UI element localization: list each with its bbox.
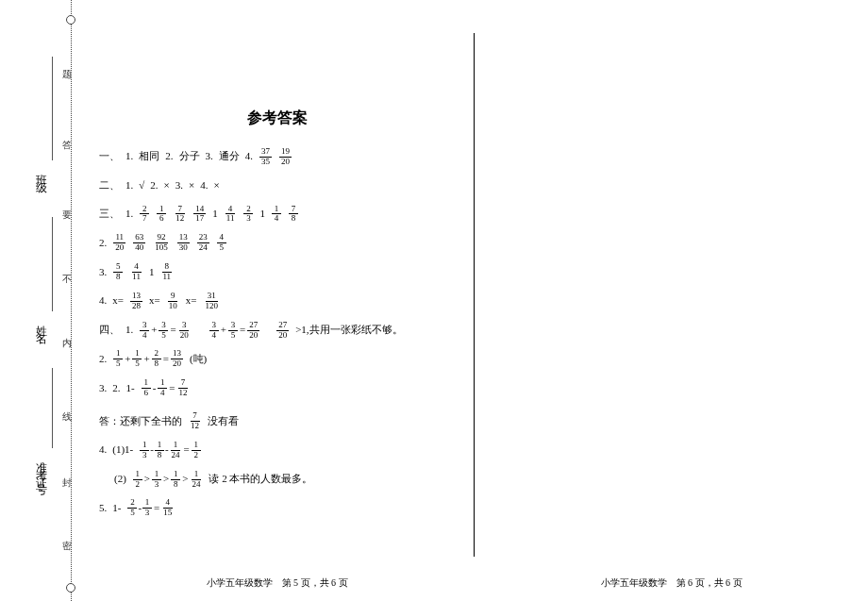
- exam-id-line: [52, 368, 53, 448]
- section-4-row-5: 5. 1- 25 - 13 = 415: [99, 498, 455, 518]
- tail: >1,共用一张彩纸不够。: [295, 321, 402, 340]
- section-4-row-3: 3.2. 1- 16 - 14 = 712: [99, 378, 455, 398]
- fraction: 811: [160, 262, 173, 282]
- fraction: 14: [272, 205, 281, 225]
- fraction: 415: [161, 498, 174, 518]
- op: =: [154, 499, 159, 518]
- footer-left: 小学五年级数学 第 5 页，共 6 页: [80, 576, 474, 590]
- name-line: [52, 217, 53, 311]
- column-left: 参考答案 一、 1. 相同 2. 分子 3. 通分 4. 3735 1920 二…: [80, 0, 474, 601]
- item: 5.: [99, 499, 107, 518]
- one-minus: 1-: [126, 379, 135, 398]
- item: 2.: [99, 350, 107, 369]
- answer: √: [139, 176, 144, 195]
- answer: 相同: [139, 147, 159, 166]
- op: +: [143, 350, 149, 369]
- answer: ×: [213, 176, 219, 195]
- fraction: 320: [178, 321, 191, 341]
- fraction: 18: [155, 441, 164, 460]
- fraction: 2720: [276, 321, 289, 341]
- name-label: 姓名：: [33, 316, 49, 350]
- tail: (吨): [190, 350, 207, 369]
- item: 2.: [99, 234, 107, 253]
- fraction: 910: [167, 292, 179, 311]
- fraction: 2720: [247, 321, 259, 341]
- item: 4.: [200, 176, 208, 195]
- eq-pre: x=: [112, 292, 124, 310]
- class-label: 班级：: [33, 165, 49, 199]
- seal-char: 封: [59, 470, 73, 476]
- op: =: [184, 441, 190, 459]
- footer-right: 小学五年级数学 第 6 页，共 6 页: [475, 576, 868, 590]
- part: (1)1-: [112, 441, 133, 459]
- part: (2): [114, 470, 126, 489]
- section-4-row-1: 四、 1. 34 + 35 = 320 34 + 35 = 2720 2720 …: [99, 321, 455, 341]
- op: +: [221, 321, 226, 340]
- fraction: 35: [159, 321, 168, 341]
- fraction: 92105: [153, 233, 170, 253]
- eq-pre: x=: [149, 292, 160, 310]
- eq-pre: x=: [186, 292, 197, 310]
- item: 4.: [99, 292, 107, 310]
- item: 1.: [125, 321, 133, 340]
- fraction: 712: [189, 411, 201, 431]
- op: =: [240, 321, 245, 340]
- fraction: 1920: [279, 147, 292, 167]
- fraction: 712: [177, 378, 190, 398]
- tail: 读 2 本书的人数最多。: [209, 470, 312, 489]
- fraction: 411: [225, 205, 237, 225]
- fraction: 35: [228, 321, 238, 341]
- binding-circle: [66, 583, 75, 593]
- fraction: 12: [133, 470, 142, 490]
- seal-char: 要: [59, 203, 73, 209]
- fraction: 3735: [259, 147, 272, 167]
- exam-id-label: 准考证号：: [33, 453, 49, 502]
- fraction: 28: [152, 349, 161, 369]
- fraction: 45: [217, 233, 226, 253]
- prefix: 三、: [99, 205, 120, 224]
- fraction: 13: [140, 441, 149, 460]
- fraction: 411: [130, 262, 142, 282]
- op: -: [153, 379, 157, 398]
- answer: ×: [189, 176, 194, 195]
- sub: 2.: [112, 379, 120, 398]
- seal-char: 不: [59, 267, 73, 273]
- one: 1: [149, 263, 155, 282]
- seal-char: 密: [59, 533, 73, 539]
- fraction: 12: [192, 441, 201, 460]
- item: 4.: [99, 441, 107, 459]
- op: =: [170, 321, 175, 340]
- one-minus: 1-: [112, 499, 121, 518]
- item: 3.: [206, 147, 213, 166]
- fraction: 15: [132, 349, 142, 369]
- prefix: 一、: [99, 147, 120, 166]
- item: 3.: [99, 379, 107, 398]
- seal-char: 内: [59, 330, 73, 336]
- item: 3.: [99, 263, 107, 282]
- class-line: [52, 57, 53, 160]
- answer: 通分: [219, 147, 240, 166]
- fraction: 1120: [113, 233, 125, 253]
- fraction: 34: [140, 321, 149, 341]
- fraction: 34: [209, 321, 219, 341]
- answer: 分子: [179, 147, 200, 166]
- mixed-whole: 1: [259, 205, 265, 224]
- op: +: [125, 350, 130, 369]
- section-4-row-4a: 4. (1)1- 13 - 18 - 124 = 12: [99, 441, 455, 460]
- op: >: [182, 470, 188, 489]
- seal-char: 答: [59, 132, 73, 138]
- two-column-layout: 参考答案 一、 1. 相同 2. 分子 3. 通分 4. 3735 1920 二…: [80, 0, 868, 601]
- binding-circle: [66, 15, 75, 25]
- fraction: 15: [113, 349, 123, 369]
- op: >: [163, 470, 169, 489]
- item: 2.: [165, 147, 173, 166]
- seal-char: 题: [59, 62, 73, 68]
- fraction: 124: [190, 470, 202, 490]
- section-3-row-3: 3. 58 411 1 811: [99, 262, 455, 282]
- answer: ×: [164, 176, 170, 195]
- fraction: 18: [171, 470, 180, 490]
- fraction: 6340: [133, 233, 145, 253]
- fraction: 31120: [203, 292, 220, 311]
- op: >: [144, 470, 150, 489]
- section-1: 一、 1. 相同 2. 分子 3. 通分 4. 3735 1920: [99, 147, 455, 167]
